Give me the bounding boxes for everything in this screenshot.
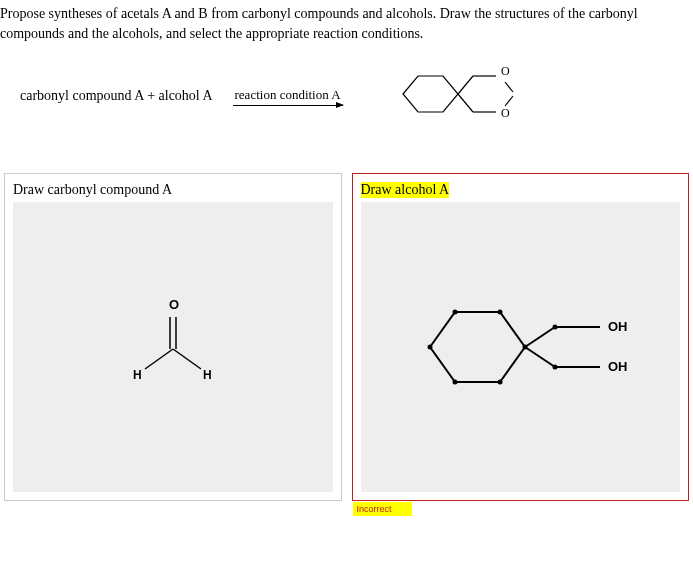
reaction-arrow: reaction condition A <box>233 87 343 106</box>
svg-line-6 <box>505 96 513 106</box>
hydrogen-atom: H <box>133 368 142 382</box>
hydrogen-atom: H <box>203 368 212 382</box>
svg-line-3 <box>458 94 473 112</box>
incorrect-feedback: Incorrect <box>353 502 412 516</box>
svg-point-12 <box>428 345 433 350</box>
reactants-label: carbonyl compound A + alcohol A <box>20 88 213 104</box>
svg-point-16 <box>498 380 503 385</box>
panel-b-title: Draw alcohol A <box>361 182 450 198</box>
panel-alcohol-a: Draw alcohol A <box>352 173 690 501</box>
oxygen-label: O <box>501 106 510 120</box>
svg-line-1 <box>458 76 473 94</box>
svg-point-14 <box>498 310 503 315</box>
panel-a-title: Draw carbonyl compound A <box>13 182 172 198</box>
svg-line-9 <box>145 349 173 369</box>
hydroxyl-label: OH <box>608 319 628 334</box>
product-structure: O O <box>393 59 523 133</box>
oxygen-label: O <box>501 64 510 78</box>
reaction-condition: reaction condition A <box>235 87 341 103</box>
oxygen-atom: O <box>169 297 179 312</box>
panels-row: Draw carbonyl compound A O H H Draw alco… <box>0 173 693 501</box>
svg-marker-11 <box>430 312 525 382</box>
svg-line-5 <box>505 82 513 92</box>
drawing-canvas-a[interactable]: O H H <box>13 202 333 492</box>
svg-point-17 <box>453 380 458 385</box>
svg-point-13 <box>453 310 458 315</box>
question-text: Propose syntheses of acetals A and B fro… <box>0 4 693 59</box>
panel-carbonyl-a: Draw carbonyl compound A O H H <box>4 173 342 501</box>
svg-marker-0 <box>403 76 458 112</box>
reaction-equation: carbonyl compound A + alcohol A reaction… <box>0 59 693 173</box>
drawing-canvas-b[interactable]: OH OH <box>361 202 681 492</box>
arrow-icon <box>233 105 343 106</box>
svg-line-22 <box>525 347 555 367</box>
svg-line-10 <box>173 349 201 369</box>
hydroxyl-label: OH <box>608 359 628 374</box>
svg-line-20 <box>525 327 555 347</box>
